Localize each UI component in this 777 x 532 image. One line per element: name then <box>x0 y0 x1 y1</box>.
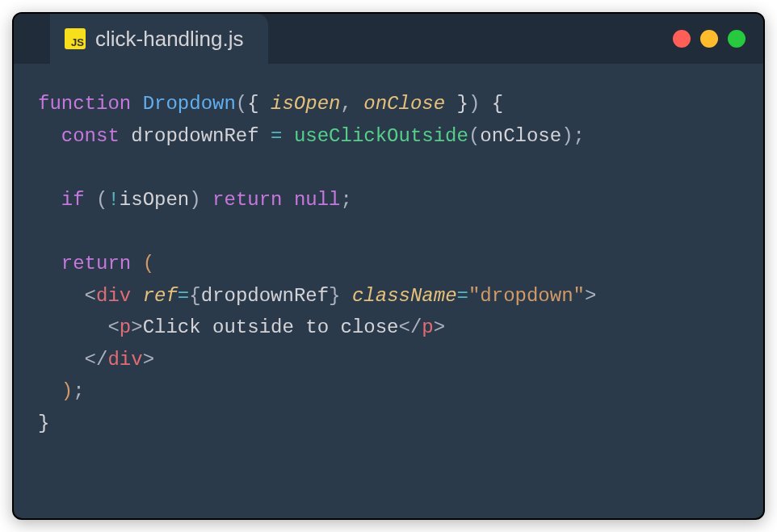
file-tab[interactable]: JS click-handling.js <box>50 14 268 64</box>
semicolon: ; <box>573 125 585 147</box>
semicolon: ; <box>341 189 352 211</box>
angle-close: > <box>143 349 154 371</box>
brace-open: { <box>247 93 258 115</box>
window-close-button[interactable] <box>673 30 691 48</box>
paren-close: ) <box>61 380 73 402</box>
filename-label: click-handling.js <box>95 27 244 52</box>
angle-open: < <box>107 316 119 338</box>
jsx-attr-classname: className <box>352 285 457 307</box>
paren-open: ( <box>236 93 247 115</box>
jsx-attr-ref: ref <box>143 285 178 307</box>
angle-open: < <box>85 285 96 307</box>
param-isopen: isOpen <box>271 93 340 115</box>
titlebar: JS click-handling.js <box>14 14 763 64</box>
code-line-1: function Dropdown({ isOpen, onClose }) { <box>38 93 503 115</box>
keyword-return: return <box>212 189 282 211</box>
angle-open: </ <box>399 316 422 338</box>
paren-open: ( <box>143 253 154 274</box>
jsx-value-dropdownref: dropdownRef <box>201 285 329 307</box>
window-controls <box>673 30 746 48</box>
paren-open: ( <box>468 125 480 147</box>
js-file-icon: JS <box>65 28 86 49</box>
angle-close: > <box>131 316 142 338</box>
brace-close: } <box>329 285 340 307</box>
jsx-string-dropdown: "dropdown" <box>468 285 585 307</box>
variable-dropdownref: dropdownRef <box>131 125 258 147</box>
jsx-tag-div-close: div <box>107 349 142 371</box>
function-call: useClickOutside <box>294 125 468 147</box>
keyword-const: const <box>61 125 120 147</box>
operator-equals: = <box>178 285 189 307</box>
angle-close: > <box>585 285 596 307</box>
code-line-8: <p>Click outside to close</p> <box>38 316 445 338</box>
keyword-function: function <box>38 93 131 115</box>
paren-close: ) <box>468 93 480 115</box>
jsx-tag-p-close: p <box>422 316 433 338</box>
jsx-tag-p: p <box>120 316 131 338</box>
code-line-4: if (!isOpen) return null; <box>38 189 352 211</box>
angle-open: </ <box>85 349 108 371</box>
window-maximize-button[interactable] <box>728 30 746 48</box>
jsx-text-content: Click outside to close <box>143 316 399 338</box>
brace-close: } <box>38 413 49 434</box>
code-line-10: ); <box>38 380 85 402</box>
keyword-null: null <box>294 189 341 211</box>
code-line-7: <div ref={dropdownRef} className="dropdo… <box>38 285 596 307</box>
brace-open: { <box>189 285 200 307</box>
angle-close: > <box>434 316 445 338</box>
brace-open: { <box>492 93 503 115</box>
brace-close: } <box>457 93 468 115</box>
window-minimize-button[interactable] <box>700 30 718 48</box>
keyword-if: if <box>61 189 85 211</box>
param-onclose: onClose <box>363 93 445 115</box>
code-line-11: } <box>38 413 49 434</box>
code-line-6: return ( <box>38 253 154 274</box>
comma: , <box>340 93 351 115</box>
jsx-tag-div: div <box>96 285 131 307</box>
arg-onclose: onClose <box>480 125 561 147</box>
semicolon: ; <box>73 380 84 402</box>
paren-close: ) <box>561 125 573 147</box>
code-editor[interactable]: function Dropdown({ isOpen, onClose }) {… <box>14 64 763 464</box>
paren-open: ( <box>96 189 107 211</box>
operator-equals: = <box>457 285 468 307</box>
code-line-2: const dropdownRef = useClickOutside(onCl… <box>38 125 585 147</box>
code-line-9: </div> <box>38 349 154 371</box>
paren-close: ) <box>189 189 200 211</box>
keyword-return: return <box>61 253 131 274</box>
variable-isopen: isOpen <box>120 189 189 211</box>
operator-equals: = <box>271 125 282 147</box>
operator-not: ! <box>107 189 119 211</box>
editor-window: JS click-handling.js function Dropdown({… <box>12 12 765 520</box>
function-name: Dropdown <box>143 93 236 115</box>
